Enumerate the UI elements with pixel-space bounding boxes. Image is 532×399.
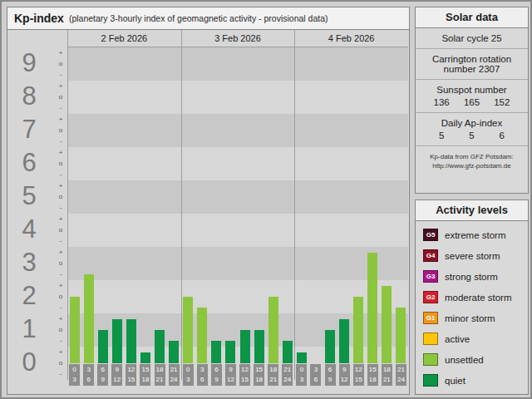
kp-bar	[283, 341, 293, 363]
g1-swatch: G1	[423, 312, 438, 324]
y-third-mark: o	[55, 258, 66, 268]
time-slot-label: 0 3	[183, 364, 194, 386]
kp-bar	[240, 330, 250, 363]
y-axis-label: 7	[7, 113, 51, 146]
ap-value-day2: 5	[469, 131, 474, 140]
y-third-mark: +	[55, 81, 66, 91]
day-label: 4 Feb 2026	[294, 30, 408, 47]
kp-band	[67, 247, 408, 280]
y-axis-label: 0	[7, 346, 51, 379]
kp-bar	[339, 319, 349, 363]
kp-band	[67, 81, 408, 114]
sunspot-values: 136 165 152	[418, 95, 525, 107]
y-third-mark: -	[55, 169, 66, 180]
solar-cycle: Solar cycle 25	[416, 28, 528, 49]
kp-bar	[382, 286, 392, 363]
time-slot-label: 18 21	[382, 364, 392, 386]
ap-label: Daily Ap-index	[418, 118, 525, 128]
kp-bar	[197, 308, 207, 363]
time-slot-label: 12 15	[239, 364, 250, 386]
legend-items: G5extreme stormG4severe stormG3strong st…	[416, 221, 528, 391]
day-label: 2 Feb 2026	[67, 30, 181, 47]
time-slot-label: 12 15	[126, 364, 136, 386]
y-third-mark: -	[55, 335, 66, 346]
legend-item: G4severe storm	[416, 245, 528, 266]
unsettled-swatch	[423, 353, 438, 366]
kp-bar	[169, 341, 179, 363]
kp-bar	[70, 297, 80, 363]
legend-item: unsettled	[416, 349, 528, 370]
time-slot-label: 6 9	[325, 364, 336, 386]
legend-label: quiet	[445, 376, 466, 386]
chart-title-bar: Kp-index (planetary 3-hourly index of ge…	[7, 7, 409, 30]
legend-label: unsettled	[445, 355, 484, 365]
time-slot-label: 21 24	[396, 364, 406, 386]
legend-label: moderate storm	[445, 293, 512, 303]
y-axis-label: 5	[7, 180, 51, 213]
y-third-mark: +	[55, 147, 66, 158]
time-slot-label: 0 3	[69, 364, 80, 386]
kp-bar	[126, 319, 136, 363]
y-third-mark: +	[55, 114, 66, 125]
solar-data-header: Solar data	[416, 7, 528, 28]
kp-bar	[396, 308, 406, 363]
g3-swatch: G3	[423, 270, 438, 283]
chart-subtitle: (planetary 3-hourly index of geomagnetic…	[69, 13, 328, 23]
time-slot-label: 12 15	[353, 364, 364, 386]
activity-levels-panel: Activity levels G5extreme stormG4severe …	[415, 200, 529, 395]
carrington-rotation: Carrington rotation number 2307	[416, 49, 528, 80]
ap-value-day1: 5	[439, 131, 444, 140]
y-third-mark: -	[55, 135, 66, 146]
y-third-mark: o	[55, 324, 66, 335]
y-axis-label: 6	[7, 146, 51, 180]
gfz-url[interactable]: http://www.gfz-potsdam.de	[417, 161, 526, 170]
kp-band	[67, 214, 408, 247]
time-slot-label: 15 18	[140, 364, 150, 386]
kp-index-window: Kp-index (planetary 3-hourly index of ge…	[0, 0, 532, 399]
y-third-mark: -	[55, 235, 66, 246]
legend-item: G5extreme storm	[416, 224, 528, 245]
time-slot-label: 9 12	[111, 364, 122, 386]
y-third-mark: +	[55, 214, 66, 224]
y-third-mark: -	[55, 268, 66, 279]
carrington-line2: number 2307	[418, 64, 525, 74]
kp-bar	[367, 253, 377, 363]
time-slot-label: 6 9	[211, 364, 222, 386]
data-source-note: Kp-data from GFZ Potsdam: http://www.gfz…	[416, 146, 528, 176]
y-third-mark: -	[55, 302, 66, 313]
g5-swatch: G5	[423, 229, 438, 241]
chart-title: Kp-index	[14, 12, 64, 25]
y-third-mark: o	[55, 191, 66, 202]
time-slot-label: 15 18	[254, 364, 264, 386]
day-separator	[181, 30, 182, 380]
kp-band	[67, 180, 408, 214]
sunspot-number: Sunspot number 136 165 152	[416, 80, 528, 113]
ap-value-day3: 6	[500, 131, 505, 140]
y-third-mark: +	[55, 280, 66, 291]
sunspot-label: Sunspot number	[418, 85, 525, 95]
sunspot-value-day2: 165	[464, 97, 480, 107]
y-third-mark: o	[55, 91, 66, 102]
time-slot-label: 9 12	[225, 364, 236, 386]
legend-label: extreme storm	[445, 230, 506, 240]
kp-band	[67, 147, 408, 180]
y-third-mark: -	[55, 102, 66, 113]
time-slot-label: 9 12	[339, 364, 350, 386]
y-third-mark: o	[55, 291, 66, 302]
legend-item: G3strong storm	[416, 266, 528, 287]
kp-bar	[325, 330, 335, 363]
kp-bar	[297, 352, 307, 363]
legend-label: minor storm	[445, 313, 495, 323]
y-axis-label: 8	[7, 80, 51, 113]
legend-item: G1minor storm	[416, 308, 528, 328]
ap-values: 5 5 6	[418, 128, 525, 140]
daily-ap-index: Daily Ap-index 5 5 6	[416, 113, 528, 146]
y-axis-label: 3	[7, 246, 51, 279]
kp-bar	[211, 341, 221, 363]
kp-bar	[84, 274, 94, 363]
kp-bar	[183, 297, 193, 363]
kp-bar	[155, 330, 165, 363]
legend-label: active	[445, 334, 470, 344]
kp-bar	[98, 330, 108, 363]
time-slot-label: 0 3	[296, 364, 307, 386]
